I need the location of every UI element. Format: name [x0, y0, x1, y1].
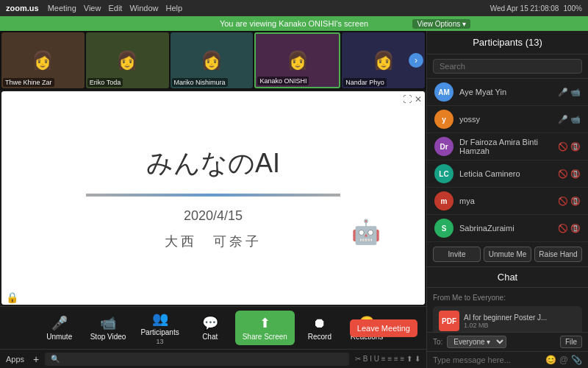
apps-label: Apps — [6, 355, 24, 364]
participants-search-input[interactable] — [433, 59, 582, 74]
mic-icon-1: 🎤 — [558, 115, 568, 124]
participants-label: Participants — [140, 328, 179, 336]
unmute-icon: 🎤 — [51, 315, 68, 331]
menu-right-info: Wed Apr 15 21:08:08 100% — [490, 4, 582, 13]
mic-muted-icon-2: 🚫 — [558, 142, 568, 152]
chat-file-size: 1.02 MB — [464, 322, 576, 329]
chat-recipient-select[interactable]: Everyone ▾ — [447, 336, 506, 348]
participant-item-2: Dr Dr Fairoza Amira Binti Hamzah 🚫 📵 — [427, 133, 588, 160]
chat-file-message: PDF AI for beginner Poster J... 1.02 MB — [433, 306, 582, 332]
presentation-date: 2020/4/15 — [184, 208, 243, 224]
participant-name-5: SabrinaZuraimi — [459, 224, 552, 233]
chat-file-info: AI for beginner Poster J... 1.02 MB — [464, 314, 576, 329]
unmute-me-button[interactable]: Unmute Me — [484, 247, 531, 262]
at-icon[interactable]: @ — [559, 355, 568, 365]
share-screen-label: Share Screen — [243, 333, 287, 341]
chat-button[interactable]: 💬 Chat — [188, 312, 232, 344]
participants-button[interactable]: 👥 Participants 13 — [135, 308, 184, 348]
raise-hand-button[interactable]: Raise Hand — [534, 247, 582, 262]
chat-from-label: From Me to Everyone: — [433, 294, 582, 302]
avatar-4: m — [434, 191, 453, 210]
emoji-icon[interactable]: 😊 — [545, 355, 556, 365]
participant-name-1: yossy — [459, 115, 552, 124]
chat-input-row: 😊 @ 📎 — [427, 351, 588, 368]
participant-list: AM Aye Myat Yin 🎤 📹 y yossy 🎤 📹 Dr Dr Fa… — [427, 79, 588, 242]
battery-display: 100% — [563, 4, 582, 13]
chat-file-icon: PDF — [439, 311, 459, 331]
chat-message-header: PDF AI for beginner Poster J... 1.02 MB — [439, 311, 576, 331]
screen-share-icons: ⛶ ✕ — [403, 94, 422, 105]
thumb-name-3: Kanako ONISHI — [257, 77, 309, 85]
participant-item-0: AM Aye Myat Yin 🎤 📹 — [427, 79, 588, 106]
participant-icons-5: 🚫 📵 — [558, 224, 581, 233]
toolbar-icons: ✂ B I U ≡ ≡ ≡ ≡ ⬆ ⬇ — [355, 355, 420, 363]
mic-muted-icon-5: 🚫 — [558, 224, 568, 233]
apps-add-button[interactable]: + — [33, 353, 39, 365]
mic-muted-icon-4: 🚫 — [558, 197, 568, 206]
thumb-name-1: Eriko Toda — [87, 78, 123, 87]
thumbnail-1[interactable]: 👩 Eriko Toda — [86, 32, 169, 88]
record-label: Record — [308, 333, 331, 341]
fullscreen-icon[interactable]: ⛶ — [403, 94, 412, 105]
main-layout: 👩 Thwe Khine Zar 👩 Eriko Toda 👩 Mariko N… — [0, 31, 588, 368]
menu-view[interactable]: View — [84, 4, 101, 13]
participant-name-3: Leticia Caminero — [459, 169, 552, 178]
chat-to-row: To: Everyone ▾ File — [427, 332, 588, 351]
close-screenshare-icon[interactable]: ✕ — [415, 94, 422, 105]
apps-search-input[interactable] — [45, 353, 349, 366]
menu-items: Meeting View Edit Window Help — [48, 4, 183, 13]
chat-message-input[interactable] — [433, 355, 542, 364]
participant-icons-3: 🚫 📵 — [558, 169, 581, 179]
thumbnails-row: 👩 Thwe Khine Zar 👩 Eriko Toda 👩 Mariko N… — [0, 31, 426, 90]
thumb-name-0: Thwe Khine Zar — [3, 78, 54, 87]
avatar-1: y — [434, 110, 453, 129]
attachment-icon[interactable]: 📎 — [571, 355, 582, 365]
stop-video-icon: 📹 — [100, 315, 116, 331]
thumbnail-3[interactable]: 👩 Kanako ONISHI — [254, 32, 340, 88]
thumbnail-0[interactable]: 👩 Thwe Khine Zar — [1, 32, 85, 88]
share-screen-button[interactable]: ⬆ Share Screen — [235, 311, 295, 345]
unmute-label: Unmute — [46, 333, 72, 341]
invite-button[interactable]: Invite — [433, 247, 481, 262]
toolbar: 🔒 🎤 Unmute 📹 Stop Video 👥 Participants 1… — [0, 306, 426, 349]
thumb-name-4: Nandar Phyo — [343, 78, 387, 87]
apps-bar: Apps + ✂ B I U ≡ ≡ ≡ ≡ ⬆ ⬇ — [0, 349, 426, 368]
menu-bar: zoom.us Meeting View Edit Window Help We… — [0, 0, 588, 16]
avatar-5: S — [434, 219, 453, 238]
view-options-btn[interactable]: View Options ▾ — [412, 19, 470, 29]
chat-header: Chat — [427, 267, 588, 288]
leave-meeting-button[interactable]: Leave Meeting — [350, 319, 417, 337]
unmute-button[interactable]: 🎤 Unmute — [37, 312, 82, 344]
right-panel: Participants (13) AM Aye Myat Yin 🎤 📹 y … — [426, 31, 588, 368]
presentation-title: みんなのAI — [146, 146, 280, 182]
menu-window[interactable]: Window — [129, 4, 158, 13]
thumbnail-scroll-arrow[interactable]: › — [409, 53, 423, 68]
participant-icons-1: 🎤 📹 — [558, 115, 581, 124]
search-box — [427, 54, 588, 79]
record-button[interactable]: ⏺ Record — [298, 313, 342, 344]
notification-text: You are viewing Kanako ONISHI's screen — [220, 19, 368, 28]
robot-decoration: 🤖 — [351, 218, 381, 246]
mic-muted-icon-3: 🚫 — [558, 169, 568, 179]
presentation-author: 大西 可奈子 — [165, 233, 262, 250]
share-screen-icon: ⬆ — [259, 315, 270, 331]
menu-help[interactable]: Help — [166, 4, 183, 13]
chat-file-button[interactable]: File — [560, 336, 582, 348]
video-muted-icon-5: 📵 — [570, 224, 581, 233]
menu-edit[interactable]: Edit — [108, 4, 122, 13]
stop-video-label: Stop Video — [90, 333, 126, 341]
menu-meeting[interactable]: Meeting — [48, 4, 76, 13]
video-muted-icon-4: 📵 — [570, 197, 581, 206]
video-muted-icon-2: 📵 — [570, 142, 581, 152]
thumbnail-2[interactable]: 👩 Mariko Nishimura — [171, 32, 254, 88]
notification-bar: You are viewing Kanako ONISHI's screen V… — [0, 16, 588, 31]
video-panel: 👩 Thwe Khine Zar 👩 Eriko Toda 👩 Mariko N… — [0, 31, 426, 368]
participant-icons-0: 🎤 📹 — [558, 88, 581, 97]
record-icon: ⏺ — [313, 316, 326, 331]
chat-input-icons: 😊 @ 📎 — [545, 355, 582, 365]
participant-name-0: Aye Myat Yin — [459, 88, 552, 96]
chat-area: From Me to Everyone: PDF AI for beginner… — [427, 288, 588, 332]
lock-icon: 🔒 — [6, 291, 18, 303]
participant-icons-2: 🚫 📵 — [558, 142, 581, 152]
stop-video-button[interactable]: 📹 Stop Video — [85, 312, 132, 344]
